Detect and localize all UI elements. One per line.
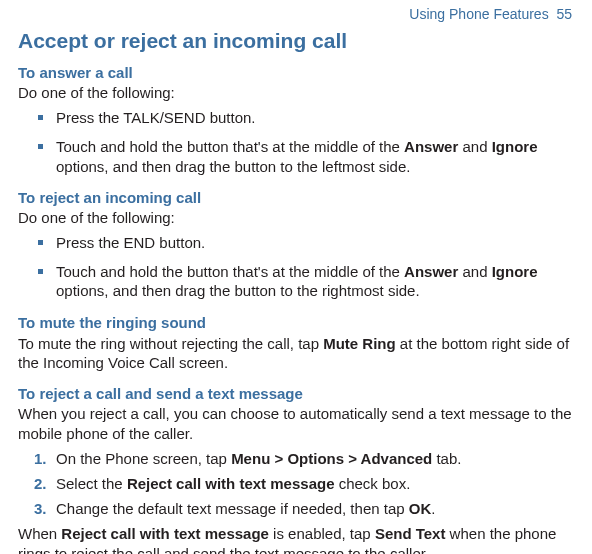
bullet-icon xyxy=(38,144,43,149)
section-textmsg-intro: When you reject a call, you can choose t… xyxy=(18,404,572,442)
textmsg-steps: 1. On the Phone screen, tap Menu > Optio… xyxy=(18,449,572,519)
answer-bullet-list: Press the TALK/SEND button. Touch and ho… xyxy=(18,108,572,176)
section-heading-reject: To reject an incoming call xyxy=(18,188,572,207)
list-item: 2. Select the Reject call with text mess… xyxy=(18,474,572,493)
page-title: Accept or reject an incoming call xyxy=(18,28,572,55)
section-answer-intro: Do one of the following: xyxy=(18,83,572,102)
bullet-icon xyxy=(38,240,43,245)
page-number: 55 xyxy=(556,6,572,22)
bullet-icon xyxy=(38,115,43,120)
list-item: Touch and hold the button that's at the … xyxy=(18,137,572,175)
list-item: Press the TALK/SEND button. xyxy=(18,108,572,127)
list-item: Press the END button. xyxy=(18,233,572,252)
bullet-icon xyxy=(38,269,43,274)
list-item: Touch and hold the button that's at the … xyxy=(18,262,572,300)
step-number: 3. xyxy=(34,499,47,518)
list-item-text: Touch and hold the button that's at the … xyxy=(56,263,538,299)
list-item: 3. Change the default text message if ne… xyxy=(18,499,572,518)
section-mute-body: To mute the ring without rejecting the c… xyxy=(18,334,572,372)
page-header: Using Phone Features 55 xyxy=(18,6,572,24)
section-textmsg-outro: When Reject call with text message is en… xyxy=(18,524,572,554)
list-item-text: Press the TALK/SEND button. xyxy=(56,109,256,126)
list-item-text: Touch and hold the button that's at the … xyxy=(56,138,538,174)
list-item-text: Press the END button. xyxy=(56,234,205,251)
step-number: 2. xyxy=(34,474,47,493)
section-heading-answer: To answer a call xyxy=(18,63,572,82)
section-heading-mute: To mute the ringing sound xyxy=(18,313,572,332)
step-number: 1. xyxy=(34,449,47,468)
list-item: 1. On the Phone screen, tap Menu > Optio… xyxy=(18,449,572,468)
step-text: Select the Reject call with text message… xyxy=(56,475,410,492)
step-text: On the Phone screen, tap Menu > Options … xyxy=(56,450,461,467)
reject-bullet-list: Press the END button. Touch and hold the… xyxy=(18,233,572,301)
section-reject-intro: Do one of the following: xyxy=(18,208,572,227)
breadcrumb: Using Phone Features xyxy=(409,6,548,22)
section-heading-textmsg: To reject a call and send a text message xyxy=(18,384,572,403)
step-text: Change the default text message if neede… xyxy=(56,500,435,517)
